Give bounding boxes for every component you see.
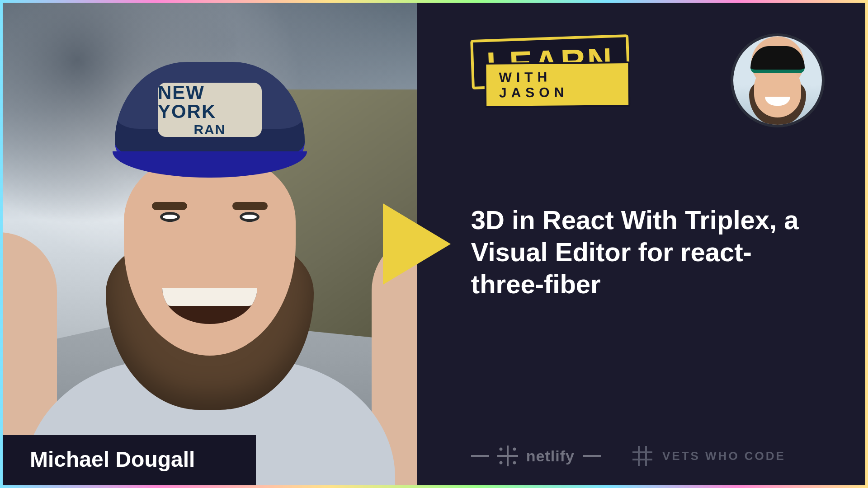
play-button[interactable]	[383, 203, 451, 285]
sponsors-row: netlify VETS WHO CODE	[471, 446, 786, 466]
content-row: NEW YORK RAN Michael Dougall LEARN WITH …	[3, 3, 865, 485]
sponsor-vets-who-code: VETS WHO CODE	[632, 446, 786, 466]
host-cap	[750, 46, 805, 73]
guest-teeth	[162, 288, 257, 306]
host-face	[754, 68, 801, 117]
netlify-dash-left	[471, 455, 489, 457]
host-avatar	[733, 36, 822, 125]
guest-name: Michael Dougall	[30, 447, 195, 471]
sponsor-vwc-label: VETS WHO CODE	[662, 449, 786, 463]
sponsor-netlify: netlify	[471, 446, 601, 466]
info-pane: LEARN WITH JASON 3D in React With Triple…	[417, 3, 865, 485]
badge-with-jason: WITH JASON	[484, 61, 630, 108]
netlify-icon	[497, 446, 518, 466]
guest-cap-text-2: RAN	[193, 123, 226, 136]
guest-eye-right	[240, 212, 259, 222]
learn-with-jason-badge: LEARN WITH JASON	[470, 34, 630, 89]
guest-cap-text-1: NEW YORK	[158, 83, 262, 121]
guest-cap-patch: NEW YORK RAN	[158, 83, 262, 137]
episode-title: 3D in React With Triplex, a Visual Edito…	[471, 204, 822, 300]
guest-photo-pane: NEW YORK RAN Michael Dougall	[3, 3, 417, 485]
guest-portrait: NEW YORK RAN	[83, 44, 336, 405]
guest-cap-brim	[113, 151, 307, 178]
netlify-dash-right	[583, 455, 601, 457]
sponsor-netlify-label: netlify	[526, 447, 575, 465]
guest-brow-left	[152, 202, 187, 210]
guest-brow-right	[232, 202, 268, 210]
guest-name-bar: Michael Dougall	[3, 435, 256, 485]
gradient-frame: NEW YORK RAN Michael Dougall LEARN WITH …	[0, 0, 868, 488]
guest-eye-left	[160, 212, 180, 222]
hash-icon	[632, 446, 652, 466]
